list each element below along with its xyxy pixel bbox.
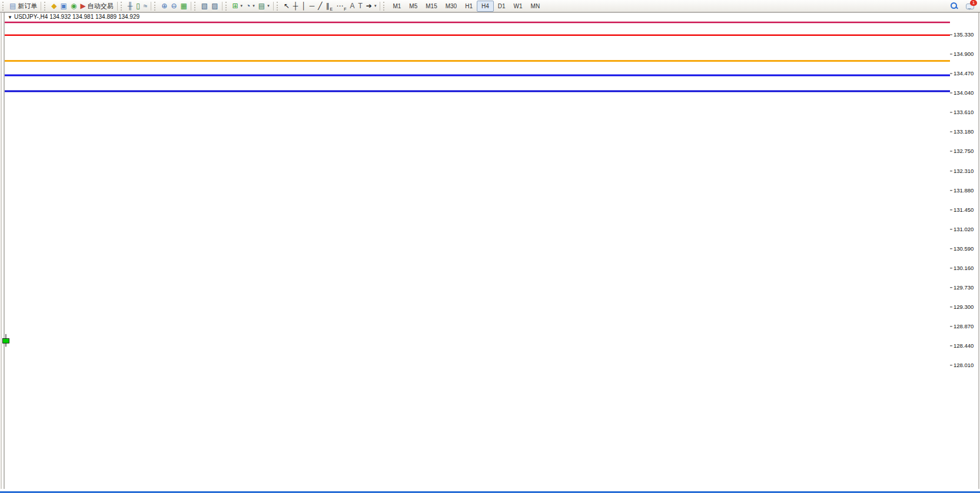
- price-tick-label: 133.610: [954, 109, 974, 115]
- price-tick-label: 128.440: [954, 342, 974, 349]
- symbol-dropdown-icon[interactable]: ▼: [8, 15, 12, 20]
- chart-title-text: USDJPY-,H4 134.932 134.981 134.889 134.9…: [14, 14, 139, 20]
- price-tick-label: 135.330: [954, 31, 974, 38]
- price-tick-label: 128.870: [954, 323, 974, 329]
- price-tick-label: 131.020: [954, 226, 974, 232]
- price-tick-label: 133.180: [954, 128, 974, 135]
- candle-body: [3, 339, 9, 344]
- price-tick-label: 129.730: [954, 284, 974, 291]
- price-tick-label: 129.300: [954, 304, 974, 310]
- price-tick-label: 132.310: [954, 168, 974, 174]
- price-tick-label: 134.040: [954, 89, 974, 96]
- price-tick-label: 134.470: [954, 70, 974, 76]
- chart-canvas[interactable]: 128.010128.440128.870129.300129.730130.1…: [0, 0, 980, 493]
- chart-title: ▼USDJPY-,H4 134.932 134.981 134.889 134.…: [8, 14, 139, 20]
- price-tick-label: 134.900: [954, 51, 974, 57]
- price-tick-label: 132.750: [954, 148, 974, 154]
- price-tick-label: 131.450: [954, 206, 974, 213]
- mt4-application: ▤新订单◆▣◉▶自动交易╫▯≈⊕⊖▦▧▨⊞▾◔▾▤▾↖┼│─╱∥E⋯FAT➔▾M…: [0, 0, 980, 493]
- price-tick-label: 130.590: [954, 245, 974, 252]
- price-tick-label: 130.160: [954, 265, 974, 271]
- price-tick-label: 131.880: [954, 187, 974, 194]
- price-tick-label: 128.010: [954, 362, 974, 368]
